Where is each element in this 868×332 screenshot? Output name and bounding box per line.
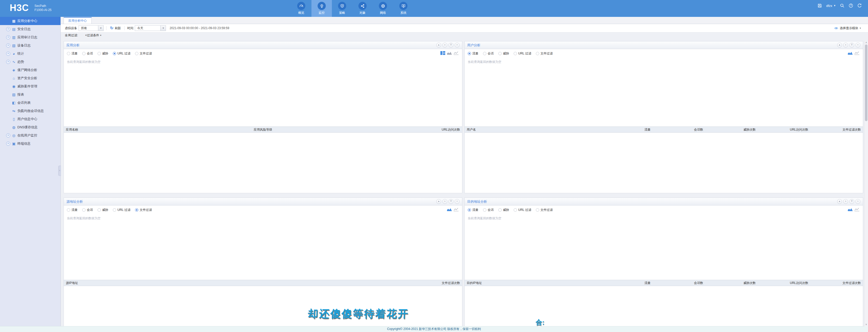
sidebar-item-botnet-analysis[interactable]: » ◈ 僵尸网络分析 [0,66,61,74]
list-icon[interactable]: ≡ [442,199,447,204]
column-header[interactable]: 文件过滤次数 [810,281,863,285]
list-icon[interactable]: ≡ [442,43,447,48]
collapse-icon[interactable]: ▲ [837,43,842,48]
sidebar-item-app-analysis-center[interactable]: » ▦ 应用分析中心 [0,17,61,25]
sidebar-item-threat-case[interactable]: » ◉ 威胁案件管理 [0,82,61,90]
sidebar-item-online-user-monitor[interactable]: » ◎ 在线用户监控 [0,131,61,140]
column-header[interactable]: URL访问次数 [758,128,810,132]
radio-traffic[interactable]: 流量 [67,51,78,56]
sidebar-item-dns-cache[interactable]: » ◍ DNS缓存信息 [0,123,61,131]
radio-file-filter[interactable]: 文件过滤 [135,51,152,56]
line-chart-icon[interactable] [855,51,859,55]
sidebar-item-report[interactable]: » ▨ 报表 [0,90,61,99]
collapse-icon[interactable]: ▲ [837,199,842,204]
sidebar-item-asset-security[interactable]: » ⌂ 资产安全分析 [0,74,61,82]
sidebar-item-user-info-center[interactable]: » ▯ 用户信息中心 [0,115,61,123]
close-icon[interactable]: × [455,199,460,204]
expand-icon[interactable]: » [6,52,10,56]
area-chart-icon[interactable] [447,51,452,55]
radio-threat[interactable]: 威胁 [498,51,509,56]
column-header[interactable]: 文件过滤次数 [810,128,863,132]
nav-policy[interactable]: 策略 [332,0,352,17]
close-icon[interactable]: × [856,199,860,204]
radio-file-filter[interactable]: 文件过滤 [135,208,152,212]
radio-threat[interactable]: 威胁 [498,208,509,212]
sidebar-item-load-balance-session[interactable]: » ⇋ 负载均衡会话信息 [0,107,61,115]
collapse-icon[interactable]: ▲ [436,43,441,48]
column-header[interactable]: 用户名 [465,128,600,132]
line-chart-icon[interactable] [454,208,459,211]
user-menu[interactable]: dfzx ▼ [826,4,836,8]
radio-url-filter[interactable]: URL 过滤 [113,208,130,212]
column-header[interactable]: 应用风险等级 [195,128,331,132]
radio-threat[interactable]: 威胁 [97,51,108,56]
radio-url-filter[interactable]: URL 过滤 [514,51,531,56]
time-select[interactable]: 今天 ▼ [135,25,166,31]
expand-icon[interactable]: » [6,35,10,39]
nav-overview[interactable]: 概览 [291,0,311,17]
tab-app-analysis-center[interactable]: 应用分析中心 [64,17,92,24]
radio-session[interactable]: 会话 [483,208,494,212]
filter-funnel-icon[interactable]: ∇ [849,199,854,204]
radio-session[interactable]: 会话 [82,208,93,212]
expand-icon[interactable]: » [6,133,10,138]
scroll-up-icon[interactable]: ∧ [864,41,868,44]
nav-system[interactable]: 系统 [393,0,413,17]
radio-file-filter[interactable]: 文件过滤 [536,208,553,212]
radio-traffic[interactable]: 流量 [67,208,78,212]
line-chart-icon[interactable] [855,208,859,211]
logout-icon[interactable] [857,3,862,8]
column-header[interactable]: 流量 [600,128,653,132]
expand-icon[interactable]: » [6,60,10,64]
sidebar-item-statistics[interactable]: » ◕ 统计 [0,50,61,58]
search-icon[interactable] [840,3,844,8]
expand-icon[interactable]: » [6,44,10,48]
filter-funnel-icon[interactable]: ∇ [849,43,854,48]
expand-icon[interactable]: » [6,27,10,31]
collapse-icon[interactable]: ▲ [436,199,441,204]
column-header[interactable]: 文件过滤次数 [283,281,462,285]
radio-session[interactable]: 会话 [483,51,494,56]
virtual-device-select[interactable]: 所有 ▼ [79,25,104,31]
column-header[interactable]: 目的IP地址 [465,281,600,285]
column-header[interactable]: 会话数 [653,281,705,285]
refresh-button[interactable]: ↻ 刷新 [110,26,121,30]
sidebar-item-terminal-info[interactable]: » ▣ 终端信息 [0,140,61,148]
sidebar-collapse-handle[interactable]: ‹ [58,166,61,176]
radio-traffic[interactable]: 流量 [468,208,478,212]
radio-traffic[interactable]: 流量 [468,51,478,56]
vertical-scrollbar[interactable]: ∧ ∨ [864,41,868,326]
help-icon[interactable] [848,3,853,8]
close-icon[interactable]: × [856,43,860,48]
area-chart-icon[interactable] [848,208,853,211]
radio-threat[interactable]: 威胁 [97,208,108,212]
sidebar-item-security-log[interactable]: » ▤ 安全日志 [0,25,61,33]
nav-monitor[interactable]: 监控 [311,0,332,17]
expand-icon[interactable]: » [6,142,10,146]
list-icon[interactable]: ≡ [843,199,848,204]
column-header[interactable]: 威胁次数 [705,128,758,132]
scrollbar-thumb[interactable] [865,45,867,121]
column-header[interactable]: 应用名称 [64,128,195,132]
close-icon[interactable]: × [455,43,460,48]
save-icon[interactable] [817,3,822,8]
nav-object[interactable]: 对象 [352,0,373,17]
column-header[interactable]: URL访问次数 [758,281,810,285]
sidebar-item-trend[interactable]: » ∿ 趋势 [0,58,61,66]
sidebar-item-app-audit-log[interactable]: » ▥ 应用审计日志 [0,33,61,42]
column-header[interactable]: URL访问次数 [331,128,462,132]
scroll-down-icon[interactable]: ∨ [864,323,868,326]
area-chart-icon[interactable] [447,208,452,211]
line-chart-icon[interactable] [454,51,459,55]
list-icon[interactable]: ≡ [843,43,848,48]
grid-view-icon[interactable] [440,51,445,55]
column-header[interactable]: 会话数 [653,128,705,132]
filter-funnel-icon[interactable]: ∇ [448,199,454,204]
add-filter-condition-button[interactable]: +过滤条件 ▾ [85,33,101,37]
radio-url-filter[interactable]: URL 过滤 [113,51,130,56]
column-header[interactable]: 源IP地址 [64,281,283,285]
column-header[interactable]: 流量 [600,281,653,285]
column-header[interactable]: 威胁次数 [705,281,758,285]
radio-file-filter[interactable]: 文件过滤 [536,51,553,56]
nav-network[interactable]: 网络 [373,0,393,17]
